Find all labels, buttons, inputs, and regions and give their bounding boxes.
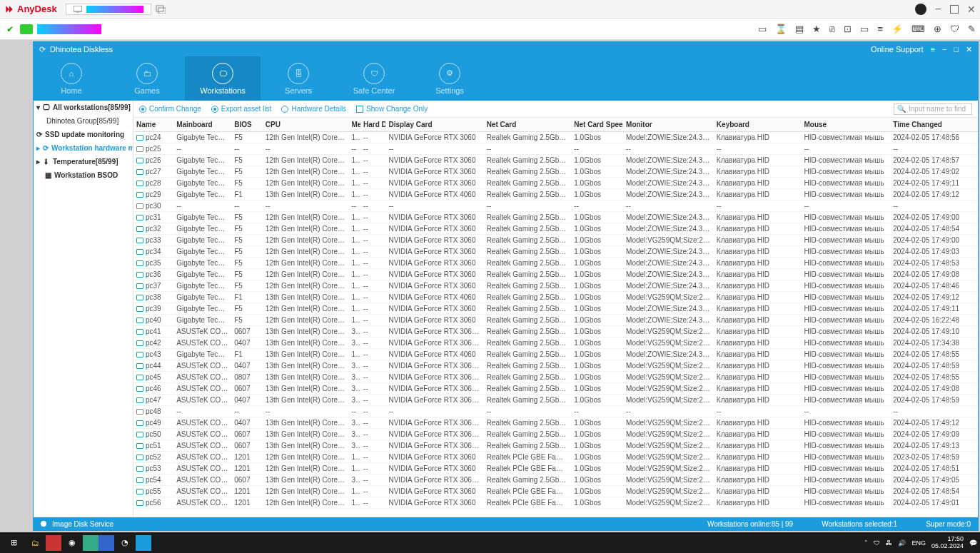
toolbar-icon[interactable]: ▭	[860, 24, 869, 34]
table-row[interactable]: pc47ASUSTeK COMP...040713th Gen Intel(R)…	[133, 395, 978, 406]
table-row[interactable]: pc29Gigabyte Techno...F113th Gen Intel(R…	[133, 189, 978, 201]
taskbar-app-icon[interactable]	[83, 535, 98, 551]
nav-safe-center[interactable]: 🛡Safe Center	[336, 56, 412, 101]
column-header[interactable]: BIOS	[231, 118, 263, 132]
toolbar-icon[interactable]: 🛡	[950, 24, 959, 34]
table-row[interactable]: pc26Gigabyte Techno...F512th Gen Intel(R…	[133, 155, 978, 166]
table-row[interactable]: pc30------------------------	[133, 201, 978, 212]
table-row[interactable]: pc42ASUSTeK COMP...040713th Gen Intel(R)…	[133, 338, 978, 349]
anydesk-tab-remote[interactable]	[66, 4, 151, 15]
table-row[interactable]: pc49ASUSTeK COMP...040713th Gen Intel(R)…	[133, 417, 978, 429]
table-row[interactable]: pc52ASUSTeK COMP...120112th Gen Intel(R)…	[133, 452, 978, 463]
taskbar-chrome-icon[interactable]: ◉	[61, 534, 83, 552]
nav-home[interactable]: ⌂Home	[34, 56, 109, 101]
maximize-app-button[interactable]: □	[954, 45, 959, 54]
column-header[interactable]: Net Card	[484, 118, 572, 132]
tray-shield-icon[interactable]: 🛡	[874, 539, 880, 547]
table-row[interactable]: pc35Gigabyte Techno...F512th Gen Intel(R…	[133, 258, 978, 269]
table-row[interactable]: pc41ASUSTeK COMP...060713th Gen Intel(R)…	[133, 326, 978, 338]
toolbar-icon[interactable]: ⌨	[911, 24, 925, 34]
table-row[interactable]: pc40Gigabyte Techno...F512th Gen Intel(R…	[133, 315, 978, 326]
nav-games[interactable]: 🗀Games	[109, 56, 185, 101]
hardware-details-radio[interactable]: Hardware Details	[281, 105, 346, 113]
nav-servers[interactable]: 🗄Servers	[261, 56, 336, 101]
language-label[interactable]: ENG	[911, 539, 926, 547]
sidebar-item-group[interactable]: Dhinotea Group[85/99]	[34, 114, 133, 128]
table-row[interactable]: pc38Gigabyte Techno...F113th Gen Intel(R…	[133, 292, 978, 303]
table-row[interactable]: pc50ASUSTeK COMP...060713th Gen Intel(R)…	[133, 429, 978, 440]
table-row[interactable]: pc31Gigabyte Techno...F512th Gen Intel(R…	[133, 212, 978, 223]
table-row[interactable]: pc25------------------------	[133, 143, 978, 155]
search-input[interactable]: 🔍Input name to find	[894, 103, 972, 115]
sidebar-item-ssd[interactable]: ⟳SSD update monitoring	[34, 128, 133, 141]
tray-chevron-icon[interactable]: ˄	[864, 539, 868, 547]
toolbar-icon[interactable]: ▭	[758, 24, 767, 34]
table-row[interactable]: pc54ASUSTeK COMP...060713th Gen Intel(R)…	[133, 475, 978, 486]
avatar-icon[interactable]	[915, 4, 926, 15]
table-row[interactable]: pc51ASUSTeK COMP...060713th Gen Intel(R)…	[133, 440, 978, 452]
table-row[interactable]: pc27Gigabyte Techno...F512th Gen Intel(R…	[133, 166, 978, 178]
toolbar-icon[interactable]: ⚡	[891, 24, 903, 34]
app-titlebar[interactable]: ⟳ Dhinotea Diskless Online Support ≡ − □…	[34, 42, 978, 56]
table-row[interactable]: pc45ASUSTeK COMP...080713th Gen Intel(R)…	[133, 372, 978, 383]
taskbar-explorer-icon[interactable]: 🗂	[24, 534, 46, 552]
taskbar-app-icon[interactable]	[98, 535, 114, 551]
column-header[interactable]: Me	[348, 118, 360, 132]
column-header[interactable]: Display Card	[385, 118, 483, 132]
table-row[interactable]: pc36Gigabyte Techno...F512th Gen Intel(R…	[133, 269, 978, 280]
column-header[interactable]: Net Card Speed	[571, 118, 623, 132]
taskbar-app-icon[interactable]	[46, 535, 61, 551]
screens-icon[interactable]	[156, 5, 166, 14]
toolbar-icon[interactable]: ✎	[968, 24, 976, 34]
column-header[interactable]: Time Changed	[890, 118, 978, 132]
table-row[interactable]: pc55ASUSTeK COMP...120112th Gen Intel(R)…	[133, 486, 978, 497]
chat-icon[interactable]	[20, 24, 33, 34]
toolbar-icon[interactable]: ⊕	[934, 24, 941, 34]
maximize-button[interactable]	[950, 5, 959, 14]
table-row[interactable]: pc37Gigabyte Techno...F512th Gen Intel(R…	[133, 280, 978, 292]
taskbar-steam-icon[interactable]: ◔	[114, 534, 136, 552]
toolbar-icon[interactable]: ★	[812, 24, 821, 34]
column-header[interactable]: CPU	[263, 118, 349, 132]
table-row[interactable]: pc32Gigabyte Techno...F512th Gen Intel(R…	[133, 223, 978, 235]
toolbar-icon[interactable]: ⊡	[844, 24, 852, 34]
table-row[interactable]: pc44ASUSTeK COMP...040713th Gen Intel(R)…	[133, 360, 978, 372]
nav-workstations[interactable]: 🖵Workstations	[185, 56, 261, 101]
grid-header-row[interactable]: NameMainboardBIOSCPUMeHard DDisplay Card…	[133, 118, 978, 132]
table-row[interactable]: pc39Gigabyte Techno...F512th Gen Intel(R…	[133, 303, 978, 315]
table-row[interactable]: pc34Gigabyte Techno...F512th Gen Intel(R…	[133, 246, 978, 258]
column-header[interactable]: Monitor	[623, 118, 714, 132]
tray-network-icon[interactable]: 🖧	[886, 539, 892, 547]
table-row[interactable]: pc43Gigabyte Techno...F113th Gen Intel(R…	[133, 349, 978, 360]
show-change-only-checkbox[interactable]: Show Change Only	[356, 105, 428, 113]
windows-taskbar[interactable]: ⊞ 🗂 ◉ ◔ ˄ 🛡 🖧 🔊 ENG 17:50 05.02.2024 💬	[0, 532, 980, 553]
sidebar-item-all[interactable]: ▾🖵All workstations[85/99]	[34, 101, 133, 114]
table-row[interactable]: pc53ASUSTeK COMP...120112th Gen Intel(R)…	[133, 463, 978, 475]
table-row[interactable]: pc48------------------------	[133, 406, 978, 417]
sidebar-item-hwmon[interactable]: ▸⟳Workstation hardware mon	[34, 141, 133, 155]
column-header[interactable]: Name	[133, 118, 173, 132]
minimize-app-button[interactable]: −	[942, 45, 946, 54]
confirm-change-button[interactable]: Confirm Change	[139, 105, 201, 113]
table-row[interactable]: pc33Gigabyte Techno...F512th Gen Intel(R…	[133, 235, 978, 246]
close-app-button[interactable]: ✕	[966, 45, 972, 54]
close-button[interactable]: ✕	[967, 4, 976, 15]
export-asset-button[interactable]: Export asset list	[211, 105, 272, 113]
toolbar-icon[interactable]: ⎚	[829, 24, 835, 34]
column-header[interactable]: Mainboard	[173, 118, 231, 132]
clock[interactable]: 17:50 05.02.2024	[931, 536, 964, 550]
sidebar-item-bsod[interactable]: ▦Workstation BSOD	[34, 168, 133, 182]
online-support-link[interactable]: Online Support	[871, 45, 923, 54]
column-header[interactable]: Keyboard	[714, 118, 802, 132]
column-header[interactable]: Hard D	[360, 118, 385, 132]
menu-icon[interactable]: ≡	[930, 45, 934, 54]
sidebar-item-temp[interactable]: ▸🌡Temperature[85/99]	[34, 155, 133, 168]
tray-volume-icon[interactable]: 🔊	[898, 539, 906, 547]
toolbar-icon[interactable]: ▤	[795, 24, 804, 34]
table-row[interactable]: pc28Gigabyte Techno...F512th Gen Intel(R…	[133, 178, 978, 189]
nav-settings[interactable]: ⚙Settings	[412, 56, 488, 101]
workstations-grid[interactable]: NameMainboardBIOSCPUMeHard DDisplay Card…	[133, 118, 978, 517]
table-row[interactable]: pc24Gigabyte Techno...F512th Gen Intel(R…	[133, 132, 978, 143]
table-row[interactable]: pc46ASUSTeK COMP...060713th Gen Intel(R)…	[133, 383, 978, 395]
minimize-button[interactable]: −	[935, 3, 941, 16]
